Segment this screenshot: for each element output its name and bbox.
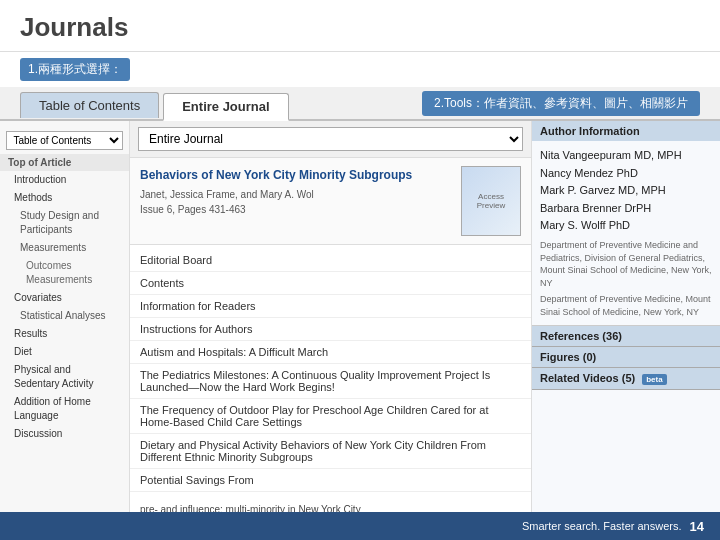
- article-preview-image: Access Preview: [461, 166, 521, 236]
- tab-entire-journal[interactable]: Entire Journal: [163, 93, 288, 121]
- middle-panel: Entire Journal Behaviors of New York Cit…: [130, 121, 532, 521]
- list-item[interactable]: Instructions for Authors: [130, 318, 531, 341]
- list-item[interactable]: Information for Readers: [130, 295, 531, 318]
- toc-item[interactable]: Physical and Sedentary Activity: [0, 361, 129, 393]
- main-content: Table of Contents Top of ArticleIntroduc…: [0, 121, 720, 521]
- tab-toc[interactable]: Table of Contents: [20, 92, 159, 118]
- ej-dropdown-row: Entire Journal: [130, 121, 531, 158]
- footer-tagline: Smarter search. Faster answers.: [522, 520, 682, 532]
- author-name: Mary S. Wolff PhD: [540, 217, 712, 235]
- list-item[interactable]: The Frequency of Outdoor Play for Presch…: [130, 399, 531, 434]
- step2-banner: 2.Tools：作者資訊、參考資料、圖片、相關影片: [422, 91, 700, 116]
- article-preview: Behaviors of New York City Minority Subg…: [130, 158, 531, 245]
- toc-item[interactable]: Measurements: [0, 239, 129, 257]
- videos-label: Related Videos (5): [540, 372, 635, 384]
- toc-item[interactable]: Methods: [0, 189, 129, 207]
- related-videos-item[interactable]: Related Videos (5) beta: [532, 368, 720, 390]
- toc-item[interactable]: Discussion: [0, 425, 129, 443]
- ej-select[interactable]: Entire Journal: [138, 127, 523, 151]
- toc-item[interactable]: Addition of Home Language: [0, 393, 129, 425]
- page-title: Journals: [20, 12, 700, 43]
- article-preview-text: Behaviors of New York City Minority Subg…: [140, 166, 453, 236]
- tabs-row: Table of Contents Entire Journal 2.Tools…: [0, 87, 720, 121]
- list-item[interactable]: The Pediatrics Milestones: A Continuous …: [130, 364, 531, 399]
- author-info-content: Nita Vangeepuram MD, MPHNancy Mendez PhD…: [532, 141, 720, 325]
- author-name: Nita Vangeepuram MD, MPH: [540, 147, 712, 165]
- author-info-header: Author Information: [532, 121, 720, 141]
- list-item[interactable]: Potential Savings From: [130, 469, 531, 492]
- toc-item[interactable]: Covariates: [0, 289, 129, 307]
- list-item[interactable]: Contents: [130, 272, 531, 295]
- toc-dropdown[interactable]: Table of Contents: [6, 131, 122, 150]
- toc-item[interactable]: Statistical Analyses: [0, 307, 129, 325]
- author-name: Barbara Brenner DrPH: [540, 200, 712, 218]
- list-item[interactable]: Editorial Board: [130, 249, 531, 272]
- footer-page-number: 14: [690, 519, 704, 534]
- article-preview-title[interactable]: Behaviors of New York City Minority Subg…: [140, 166, 453, 184]
- article-preview-image-label: Access Preview: [462, 190, 520, 212]
- affiliation: Department of Preventive Medicine and Pe…: [540, 239, 712, 289]
- footer: Smarter search. Faster answers. 14: [0, 512, 720, 540]
- header: Journals: [0, 0, 720, 52]
- article-preview-pages: Issue 6, Pages 431-463: [140, 202, 453, 217]
- toc-item[interactable]: Outcomes Measurements: [0, 257, 129, 289]
- figures-item[interactable]: Figures (0): [532, 347, 720, 368]
- article-preview-meta: Janet, Jessica Frame, and Mary A. Wol: [140, 187, 453, 202]
- list-item[interactable]: Autism and Hospitals: A Difficult March: [130, 341, 531, 364]
- step1-label: 1.兩種形式選擇：: [20, 58, 130, 81]
- toc-item[interactable]: Results: [0, 325, 129, 343]
- affiliation: Department of Preventive Medicine, Mount…: [540, 293, 712, 318]
- author-info-section: Author Information Nita Vangeepuram MD, …: [532, 121, 720, 326]
- toc-item[interactable]: Introduction: [0, 171, 129, 189]
- list-item[interactable]: Dietary and Physical Activity Behaviors …: [130, 434, 531, 469]
- toc-panel: Table of Contents Top of ArticleIntroduc…: [0, 121, 130, 521]
- toc-item[interactable]: Diet: [0, 343, 129, 361]
- beta-badge: beta: [642, 374, 666, 385]
- toc-item: Top of Article: [0, 154, 129, 171]
- article-list: Editorial BoardContentsInformation for R…: [130, 245, 531, 496]
- right-panel: Author Information Nita Vangeepuram MD, …: [532, 121, 720, 521]
- toc-item[interactable]: Study Design and Participants: [0, 207, 129, 239]
- references-item[interactable]: References (36): [532, 326, 720, 347]
- author-name: Nancy Mendez PhD: [540, 165, 712, 183]
- author-name: Mark P. Garvez MD, MPH: [540, 182, 712, 200]
